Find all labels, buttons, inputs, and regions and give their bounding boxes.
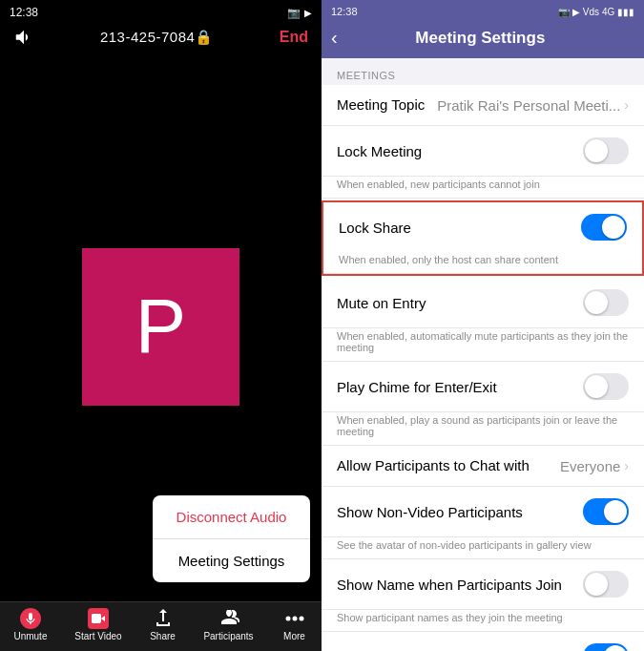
show-non-video-container: Show Non-Video Participants See the avat…	[322, 487, 644, 559]
allow-rename-toggle[interactable]	[583, 643, 629, 651]
mute-entry-title: Mute on Entry	[337, 295, 426, 311]
left-call-header: 213-425-7084🔒 End	[0, 23, 322, 52]
start-video-label: Start Video	[74, 631, 121, 641]
allow-chat-title: Allow Participants to Chat with	[337, 457, 530, 473]
setting-allow-rename[interactable]: Allow Participants to Rename	[322, 632, 644, 651]
meeting-topic-title: Meeting Topic	[337, 96, 425, 113]
start-video-button[interactable]: Start Video	[74, 608, 121, 641]
more-label: More	[283, 631, 305, 641]
setting-show-name[interactable]: Show Name when Participants Join	[322, 559, 644, 610]
mute-entry-subtitle: When enabled, automatically mute partici…	[322, 330, 644, 362]
lock-meeting-toggle[interactable]	[583, 137, 629, 164]
show-non-video-subtitle: See the avatar of non-video participants…	[322, 539, 644, 559]
svg-point-2	[299, 617, 303, 621]
setting-meeting-topic[interactable]: Meeting Topic Pratik Rai's Personal Meet…	[322, 85, 644, 126]
section-label-meetings: MEETINGS	[322, 58, 644, 85]
show-name-container: Show Name when Participants Join Show pa…	[322, 559, 644, 632]
play-chime-toggle[interactable]	[583, 373, 629, 400]
setting-allow-chat[interactable]: Allow Participants to Chat with Everyone…	[322, 446, 644, 487]
setting-lock-meeting[interactable]: Lock Meeting	[322, 126, 644, 177]
speaker-icon	[13, 27, 34, 48]
mute-entry-toggle[interactable]	[583, 289, 629, 316]
left-panel: 12:38 📷 ▶ 213-425-7084🔒 End P Disconnect…	[0, 0, 322, 651]
meeting-settings-button[interactable]: Meeting Settings	[153, 538, 310, 582]
back-button[interactable]: ‹	[331, 27, 338, 49]
lock-meeting-container: Lock Meeting When enabled, new participa…	[322, 126, 644, 199]
svg-point-1	[292, 617, 297, 621]
mic-icon	[17, 608, 44, 629]
left-status-bar: 12:38 📷 ▶	[0, 0, 322, 23]
participant-avatar: P	[82, 248, 239, 406]
play-chime-title: Play Chime for Enter/Exit	[337, 379, 497, 395]
right-header: ‹ Meeting Settings	[322, 21, 644, 58]
participants-icon	[216, 608, 242, 629]
share-button[interactable]: Share	[150, 608, 177, 641]
lock-share-subtitle: When enabled, only the host can share co…	[323, 254, 642, 274]
page-title: Meeting Settings	[345, 29, 615, 48]
more-icon	[281, 608, 308, 629]
bottom-toolbar: Unmute Start Video Share	[0, 601, 322, 651]
phone-number: 213-425-7084🔒	[34, 29, 280, 46]
unmute-label: Unmute	[13, 631, 47, 641]
video-camera-icon	[85, 608, 112, 629]
end-button[interactable]: End	[280, 29, 308, 46]
allow-chat-value: Everyone	[560, 458, 620, 474]
show-non-video-toggle[interactable]	[583, 498, 629, 525]
svg-point-0	[285, 617, 290, 621]
setting-show-non-video[interactable]: Show Non-Video Participants	[322, 487, 644, 537]
unmute-button[interactable]: Unmute	[13, 608, 47, 641]
setting-lock-share[interactable]: Lock Share	[323, 202, 642, 252]
right-status-bar: 12:38 📷 ▶ Vds 4G ▮▮▮	[322, 0, 644, 21]
show-name-title: Show Name when Participants Join	[337, 577, 562, 593]
right-status-icons: 📷 ▶ Vds 4G ▮▮▮	[558, 7, 634, 17]
audio-popup-menu: Disconnect Audio Meeting Settings	[153, 495, 310, 582]
lock-share-toggle[interactable]	[581, 214, 627, 241]
play-chime-subtitle: When enabled, play a sound as participan…	[322, 414, 644, 446]
lock-share-container: Lock Share When enabled, only the host c…	[322, 200, 644, 276]
settings-content: MEETINGS Meeting Topic Pratik Rai's Pers…	[322, 58, 644, 651]
chevron-icon: ›	[624, 97, 629, 113]
left-time: 12:38	[10, 6, 38, 19]
participants-button[interactable]: Participants	[203, 608, 253, 641]
lock-share-title: Lock Share	[339, 220, 411, 236]
show-name-toggle[interactable]	[583, 571, 629, 598]
more-button[interactable]: More	[281, 608, 308, 641]
lock-meeting-title: Lock Meeting	[337, 143, 422, 159]
camera-icon: 📷	[287, 7, 301, 19]
play-chime-container: Play Chime for Enter/Exit When enabled, …	[322, 362, 644, 446]
participants-label: Participants	[203, 631, 253, 641]
signal-icons: ▶	[304, 8, 312, 18]
share-icon	[150, 608, 177, 629]
show-non-video-title: Show Non-Video Participants	[337, 504, 523, 520]
right-panel: 12:38 📷 ▶ Vds 4G ▮▮▮ ‹ Meeting Settings …	[322, 0, 644, 651]
settings-group: Meeting Topic Pratik Rai's Personal Meet…	[322, 85, 644, 651]
mute-entry-container: Mute on Entry When enabled, automaticall…	[322, 278, 644, 362]
disconnect-audio-button[interactable]: Disconnect Audio	[153, 495, 310, 538]
setting-mute-entry[interactable]: Mute on Entry	[322, 278, 644, 328]
meeting-topic-value: Pratik Rai's Personal Meeti...	[437, 97, 620, 114]
share-label: Share	[150, 631, 176, 641]
allow-chat-chevron: ›	[624, 458, 629, 473]
setting-play-chime[interactable]: Play Chime for Enter/Exit	[322, 362, 644, 412]
show-name-subtitle: Show participant names as they join the …	[322, 612, 644, 632]
right-time: 12:38	[331, 6, 358, 17]
avatar-letter: P	[135, 283, 186, 370]
lock-meeting-subtitle: When enabled, new participants cannot jo…	[322, 178, 644, 199]
